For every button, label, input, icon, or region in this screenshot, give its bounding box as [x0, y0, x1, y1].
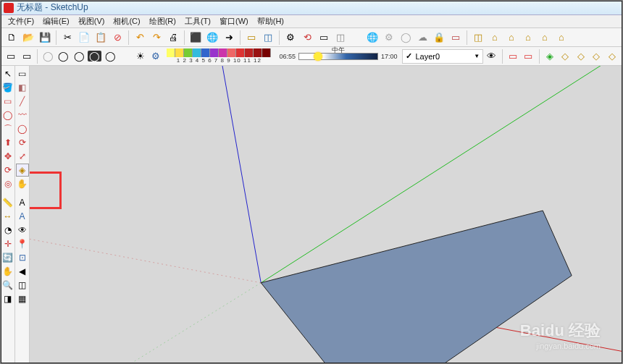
- xray-tool[interactable]: ◫: [16, 279, 29, 292]
- rotate-tool[interactable]: ⟳: [1, 164, 14, 177]
- menu-draw[interactable]: 绘图(R): [145, 16, 180, 27]
- left-toolbar-1: ↖ 🪣 ▭ ◯ ⌒ ⬆ ✥ ⟳ ◎ 📏 ↔ ◔ ✛ 🔄 ✋ 🔍 ◨: [1, 66, 15, 364]
- component-button[interactable]: ◫: [260, 30, 276, 46]
- dim-tool[interactable]: ↔: [1, 210, 14, 223]
- layer-dropdown[interactable]: ✓ Layer0 ▼: [402, 49, 483, 64]
- style1-button[interactable]: ▭: [4, 48, 19, 64]
- geo2-button[interactable]: ⚙: [381, 30, 397, 46]
- iso-button[interactable]: ◫: [470, 30, 486, 46]
- zoom-tool[interactable]: 🔍: [1, 279, 14, 292]
- plane-icon: ◇: [577, 51, 585, 62]
- print-button[interactable]: 🖨: [165, 30, 181, 46]
- select-button[interactable]: ➜: [221, 30, 237, 46]
- pan-tool[interactable]: ✋: [1, 265, 14, 278]
- push-tool[interactable]: ⬆: [1, 136, 14, 149]
- warehouse-button[interactable]: ▭: [243, 30, 259, 46]
- menu-camera[interactable]: 相机(C): [109, 16, 144, 27]
- model-button[interactable]: ⬛: [188, 30, 204, 46]
- select-tool[interactable]: ↖: [1, 67, 14, 80]
- sandbox3-button[interactable]: ◈: [543, 48, 558, 64]
- layer-visible-button[interactable]: 👁: [484, 48, 499, 64]
- top-button[interactable]: ⌂: [487, 30, 503, 46]
- cloud-icon: ☁: [418, 32, 427, 43]
- cut-button[interactable]: ✂: [59, 30, 75, 46]
- protractor-tool[interactable]: ◔: [1, 224, 14, 237]
- ext2-button[interactable]: ⟲: [299, 30, 315, 46]
- shadow-toggle[interactable]: ☀: [133, 48, 148, 64]
- geo3-button[interactable]: ◯: [398, 30, 414, 46]
- zoomext-tool[interactable]: ⊡: [16, 251, 29, 264]
- circle-tool[interactable]: ◯: [1, 109, 14, 122]
- tape-tool[interactable]: 📏: [1, 196, 14, 209]
- freehand-tool[interactable]: 〰: [16, 109, 29, 122]
- style3-button[interactable]: ◯: [41, 48, 56, 64]
- globe-button[interactable]: 🌐: [204, 30, 220, 46]
- left-button[interactable]: ⌂: [553, 30, 569, 46]
- geo5-button[interactable]: 🔒: [431, 30, 447, 46]
- wire-tool[interactable]: ▦: [16, 292, 29, 305]
- sandbox4-button[interactable]: ◇: [558, 48, 573, 64]
- style2-button[interactable]: ▭: [20, 48, 35, 64]
- component-tool[interactable]: ▭: [16, 67, 29, 80]
- time-slider[interactable]: 06:55 中午 17:00: [279, 53, 397, 60]
- sandbox2-button[interactable]: ▭: [521, 48, 536, 64]
- back-button[interactable]: ⌂: [537, 30, 553, 46]
- redo-button[interactable]: ↷: [149, 30, 164, 46]
- ext3-button[interactable]: ▭: [316, 30, 332, 46]
- text-tool[interactable]: A: [16, 196, 29, 209]
- arc-tool[interactable]: ⌒: [1, 122, 14, 135]
- ext4-button[interactable]: ◫: [333, 30, 348, 46]
- move-tool[interactable]: ✥: [1, 150, 14, 163]
- menu-tools[interactable]: 工具(T): [180, 16, 215, 27]
- sandbox7-button[interactable]: ◇: [605, 48, 620, 64]
- open-button[interactable]: 📂: [20, 30, 36, 46]
- style4-button[interactable]: ◯: [56, 48, 71, 64]
- 3dtext-tool[interactable]: A: [16, 210, 29, 223]
- polygon-tool[interactable]: ◯: [16, 122, 29, 135]
- followme-tool[interactable]: ⟳: [16, 136, 29, 149]
- line-tool[interactable]: ╱: [16, 95, 29, 108]
- sandbox1-button[interactable]: ▭: [506, 48, 521, 64]
- menu-edit[interactable]: 编辑(E): [38, 16, 74, 27]
- ext1-button[interactable]: ⚙: [283, 30, 298, 46]
- sandbox6-button[interactable]: ◇: [589, 48, 604, 64]
- menu-view[interactable]: 视图(V): [74, 16, 109, 27]
- geo4-button[interactable]: ☁: [414, 30, 430, 46]
- walk-tool[interactable]: ✋: [16, 177, 29, 190]
- eraser-tool[interactable]: ◧: [16, 81, 29, 94]
- axes-tool[interactable]: ✛: [1, 237, 14, 250]
- prev-tool[interactable]: ◀: [16, 265, 29, 278]
- rect-tool[interactable]: ▭: [1, 95, 14, 108]
- position-tool[interactable]: 📍: [16, 237, 29, 250]
- geo6-button[interactable]: ▭: [448, 30, 464, 46]
- orbit-tool[interactable]: 🔄: [1, 251, 14, 264]
- copy-button[interactable]: 📄: [76, 30, 92, 46]
- offset-tool[interactable]: ◎: [1, 177, 14, 190]
- front-button[interactable]: ⌂: [503, 30, 519, 46]
- delete-button[interactable]: ⊘: [109, 30, 125, 46]
- time-start: 06:55: [279, 53, 296, 60]
- paste-button[interactable]: 📋: [93, 30, 109, 46]
- undo-button[interactable]: ↶: [132, 30, 148, 46]
- menu-window[interactable]: 窗口(W): [215, 16, 253, 27]
- shadow-settings[interactable]: ⚙: [149, 48, 164, 64]
- menu-file[interactable]: 文件(F): [4, 16, 38, 27]
- highlighted-tool[interactable]: ◈: [16, 164, 29, 177]
- menu-help[interactable]: 帮助(H): [253, 16, 288, 27]
- right-button[interactable]: ⌂: [520, 30, 536, 46]
- sandbox5-button[interactable]: ◇: [574, 48, 589, 64]
- section-tool[interactable]: ◨: [1, 292, 14, 305]
- style5-button[interactable]: ◯: [72, 48, 87, 64]
- cube-icon: ◫: [264, 32, 272, 43]
- paint-tool[interactable]: 🪣: [1, 81, 14, 94]
- new-button[interactable]: 🗋: [4, 30, 20, 46]
- look-tool[interactable]: 👁: [16, 224, 29, 237]
- viewport-3d[interactable]: Baidu 经验 jingyan.baidu.com: [30, 66, 622, 364]
- geo-button[interactable]: 🌐: [364, 30, 380, 46]
- style7-button[interactable]: ◯: [103, 48, 118, 64]
- style6-button[interactable]: ◯: [87, 48, 102, 64]
- save-button[interactable]: 💾: [37, 30, 53, 46]
- scale-tool[interactable]: ⤢: [16, 150, 29, 163]
- axes-icon: ✛: [4, 239, 12, 249]
- month-slider[interactable]: 1 2 3 4 5 6 7 8 9 10 11 12: [164, 48, 274, 64]
